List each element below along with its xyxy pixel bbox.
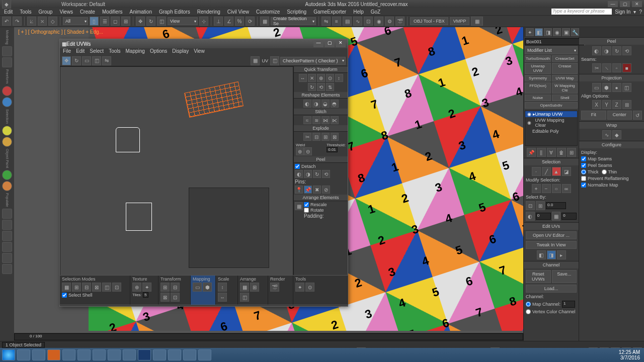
rollout-projection-header[interactable]: Projection [579,74,644,81]
select-shell-check[interactable] [62,293,67,298]
sel-vertex-button[interactable]: · [532,167,541,176]
menu-create[interactable]: Create [78,9,97,15]
wrap-btn2[interactable]: ◆ [612,130,621,139]
peel-seams-check[interactable] [581,163,586,168]
selby-spinner2[interactable]: 0 [536,213,551,220]
sec-stitch-header[interactable]: Stitch [294,109,348,115]
motion-tab-icon[interactable]: ◉ [553,28,561,36]
uvw-min-button[interactable]: — [313,40,324,47]
normalize-check[interactable] [581,183,586,188]
timeline[interactable]: 0 / 100 [14,333,523,341]
object-name-input[interactable] [525,38,584,45]
ex-btn1[interactable]: ✂ [303,133,311,141]
prevent-check[interactable] [581,176,586,181]
task-app9[interactable] [183,349,196,360]
sel-loop-button[interactable]: ∞ [562,184,571,193]
ribbon-toggle-button[interactable]: ▦ [471,17,483,26]
task-app7[interactable] [153,349,166,360]
uvw-max-button[interactable]: ▢ [325,40,335,47]
bind-button[interactable]: ◇ [48,17,57,26]
uvw-menu-file[interactable]: File [62,48,72,55]
peel-btn1[interactable]: ◐ [592,46,601,55]
tx-b2[interactable]: ✦ [142,283,151,292]
spinner-snap-button[interactable]: ⟳ [246,17,255,26]
re-btn3[interactable]: ◒ [321,100,330,108]
sm-b6[interactable]: ⊡ [112,283,121,292]
stack-pin-button[interactable]: 📌 [527,148,536,157]
timeline-track[interactable]: 0 / 100 [14,333,523,340]
vmpp-button[interactable]: VMPP [450,17,470,25]
left-tool-yellow[interactable] [2,126,12,136]
sc-b1[interactable]: ↕ [218,283,227,292]
uvw-menu-select[interactable]: Select [89,48,105,55]
mod-btn-uvwmap[interactable]: UVW Map [552,75,578,81]
named-selset-dropdown[interactable]: Create Selection Se [271,17,316,25]
sm-b3[interactable]: ⊟ [82,283,91,292]
peel-btn3[interactable]: ↻ [612,46,621,55]
minimize-button[interactable]: — [608,1,618,7]
re-btn2[interactable]: ◑ [312,100,320,108]
left-tab-populate[interactable]: Populate [6,193,9,207]
sel-shrink-button[interactable]: − [542,184,551,193]
load-button[interactable]: Load... [526,285,577,293]
modifier-list-dropdown[interactable]: Modifier List [525,46,578,54]
seam-btn1[interactable]: ✂ [592,63,601,72]
render-setup-button[interactable]: ⚙ [385,17,394,26]
left-tool-red[interactable] [2,86,12,96]
help-icon[interactable]: ? [639,9,642,15]
st-btn1[interactable]: ≈ [303,116,311,124]
ar-s1[interactable]: ▦ [240,283,249,292]
sel-face-button[interactable]: ▲ [552,167,561,176]
proj-sphere-button[interactable]: ● [612,83,621,92]
mod-btn-creaseset[interactable]: CreaseSet [552,55,578,62]
uvw-menu-display[interactable]: Display [171,48,190,55]
peel-b1[interactable]: ◐ [295,170,303,178]
workspace-label[interactable]: Workspace: Default [61,2,105,7]
mod-btn-unwrapuvw[interactable]: Unwrap UVW [525,63,551,74]
layers-button[interactable]: ▤ [343,17,352,26]
ar-b1[interactable]: ▦ [295,202,303,210]
pin-b4[interactable]: ⊘ [322,186,330,194]
mod-btn-shell[interactable]: Shell [552,95,578,101]
st-btn4[interactable]: ⋉ [331,116,339,124]
peel-b4[interactable]: ⟲ [322,170,330,178]
rotate-button[interactable]: ↻ [146,17,155,26]
reset-button[interactable]: ↺ [633,111,642,120]
left-tab-selection[interactable]: Selection [6,109,9,124]
ar-s2[interactable]: ⊞ [250,283,259,292]
align-x-button[interactable]: X [592,100,601,109]
uvw-showmap-button[interactable]: ▦ [251,56,260,65]
snap-toggle[interactable]: ⊥ [214,17,223,26]
sec-reshape-header[interactable]: Reshape Elements [294,92,348,99]
peel-b2[interactable]: ◑ [304,170,312,178]
task-photoshop[interactable] [138,349,151,360]
peel-b3[interactable]: ↻ [313,170,321,178]
rollout-channel-header[interactable]: Channel [524,261,579,268]
tr-b3[interactable]: ⊠ [160,293,170,302]
menu-gameexporter[interactable]: GameExporter [311,9,348,15]
sel-grow-button[interactable]: + [532,184,541,193]
ex-btn2[interactable]: ⊟ [312,133,320,141]
system-clock[interactable]: 12:25 AM 3/7/2016 [619,349,642,360]
menu-customize[interactable]: Customize [254,9,282,15]
stack-config-button[interactable]: ⊞ [567,148,576,157]
uvw-scale-button[interactable]: ▭ [82,56,91,65]
uvw-mirror-button[interactable]: ⇋ [102,56,111,65]
left-tool-g5[interactable] [2,253,12,263]
mod-btn-opensubdiv[interactable]: OpenSubdiv [525,102,578,109]
edituv-btn1[interactable]: ◧ [537,250,546,259]
rollout-edituvs-header[interactable]: Edit UVs [524,223,579,230]
save-button[interactable]: Save... [552,270,577,283]
re-btn1[interactable]: ◐ [303,100,311,108]
uvw-menu-mapping[interactable]: Mapping [125,48,146,55]
tl-b1[interactable]: ✦ [295,283,304,292]
uvw-move-button[interactable]: ✥ [62,56,71,65]
fit-button[interactable]: Fit [581,111,606,120]
uvw-menu-edit[interactable]: Edit [75,48,86,55]
menu-edit[interactable]: Edit [2,9,15,15]
uvw-menu-options[interactable]: Options [149,48,168,55]
map-channel-radio[interactable] [526,302,531,307]
help-search-input[interactable]: Type a keyword or phrase [551,9,612,15]
pin-b1[interactable]: 📍 [295,186,303,194]
center-button[interactable]: Center [607,111,632,120]
